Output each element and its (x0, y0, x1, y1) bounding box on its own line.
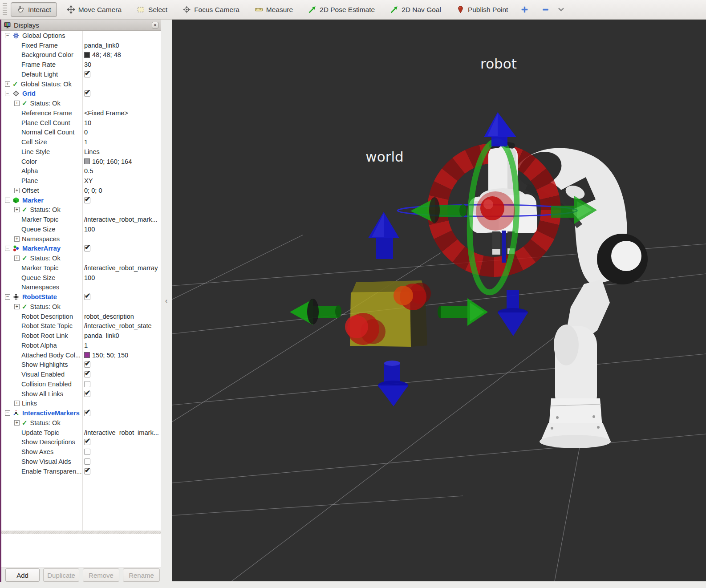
row-value-cell[interactable]: XY (84, 176, 93, 186)
value-text[interactable]: robot_description (84, 313, 134, 320)
tool-select[interactable]: Select (131, 3, 173, 16)
checkbox-unchecked[interactable] (84, 381, 90, 387)
expand-expander-icon[interactable]: + (14, 255, 20, 261)
property-row-color[interactable]: Color160; 160; 164 (1, 157, 161, 166)
tool-publish-point[interactable]: Publish Point (451, 3, 513, 16)
display-row-marker[interactable]: −Marker✔ (1, 195, 161, 205)
checkbox-checked[interactable]: ✔ (84, 90, 90, 97)
tool-move-camera[interactable]: Move Camera (61, 3, 127, 16)
checkbox-checked[interactable]: ✔ (84, 197, 90, 203)
property-row-marker-topic[interactable]: Marker Topic/interactive_robot_mark... (1, 215, 161, 224)
remove-button[interactable]: Remove (83, 568, 119, 582)
property-row-fixed-frame[interactable]: Fixed Framepanda_link0 (1, 41, 161, 50)
property-row-robot-root-link[interactable]: Robot Root Linkpanda_link0 (1, 331, 161, 341)
row-value-cell[interactable]: 10 (84, 118, 91, 128)
property-row-background-color[interactable]: Background Color48; 48; 48 (1, 50, 161, 60)
checkbox-checked[interactable]: ✔ (84, 245, 90, 251)
collapse-arrow-icon[interactable]: ‹ (165, 296, 168, 305)
value-text[interactable]: 100 (84, 226, 95, 233)
value-text[interactable]: 160; 160; 164 (92, 158, 132, 165)
property-row-reference-frame[interactable]: Reference Frame<Fixed Frame> (1, 108, 161, 118)
row-value-cell[interactable]: robot_description (84, 312, 134, 321)
checkbox-unchecked[interactable] (84, 449, 90, 455)
value-text[interactable]: 1 (84, 342, 88, 349)
property-row-default-light[interactable]: Default Light✔ (1, 69, 161, 79)
row-value-cell[interactable]: 1 (84, 341, 88, 350)
checkbox-checked[interactable]: ✔ (84, 71, 90, 77)
value-text[interactable]: panda_link0 (84, 332, 119, 339)
value-text[interactable]: <Fixed Frame> (84, 109, 128, 117)
property-row-robot-state-topic[interactable]: Robot State Topic/interactive_robot_stat… (1, 321, 161, 331)
value-text[interactable]: /interactive_robot_state (84, 322, 152, 329)
value-text[interactable]: 1 (84, 138, 88, 146)
expand-expander-icon[interactable]: + (14, 188, 20, 193)
property-row-namespaces[interactable]: Namespaces (1, 283, 161, 292)
value-text[interactable]: panda_link0 (84, 42, 119, 49)
tool-interact[interactable]: Interact (11, 2, 57, 17)
add-button[interactable]: Add (5, 568, 40, 582)
value-text[interactable]: 0 (84, 129, 88, 136)
property-row-queue-size[interactable]: Queue Size100 (1, 273, 161, 283)
property-row-normal-cell-count[interactable]: Normal Cell Count0 (1, 128, 161, 138)
panel-splitter-handle[interactable] (1, 531, 161, 534)
gripper-interactive-marker[interactable] (398, 112, 597, 336)
value-text[interactable]: 48; 48; 48 (92, 51, 121, 58)
checkbox-checked[interactable]: ✔ (84, 361, 90, 368)
property-row-offset[interactable]: +Offset0; 0; 0 (1, 186, 161, 195)
row-value-cell[interactable]: 48; 48; 48 (84, 50, 121, 60)
expand-expander-icon[interactable]: + (14, 304, 20, 309)
property-row-frame-rate[interactable]: Frame Rate30 (1, 60, 161, 69)
tool-2d-nav-goal[interactable]: 2D Nav Goal (385, 3, 446, 16)
property-row-status-ok[interactable]: +✓Status: Ok (1, 418, 161, 428)
property-row-robot-description[interactable]: Robot Descriptionrobot_description (1, 312, 161, 321)
row-value-cell[interactable]: 100 (84, 224, 95, 234)
value-text[interactable]: /interactive_robot_imark... (84, 429, 159, 436)
property-row-show-visual-aids[interactable]: Show Visual Aids (1, 457, 161, 466)
tool-options-dropdown[interactable] (553, 3, 568, 16)
property-row-marker-topic[interactable]: Marker Topic/interactive_robot_marray (1, 263, 161, 273)
row-value-cell[interactable]: 1 (84, 137, 88, 147)
expand-expander-icon[interactable]: + (14, 420, 20, 426)
color-swatch[interactable] (84, 158, 90, 164)
property-row-collision-enabled[interactable]: Collision Enabled (1, 379, 161, 389)
property-row-line-style[interactable]: Line StyleLines (1, 147, 161, 157)
value-text[interactable]: 0.5 (84, 167, 93, 174)
property-row-attached-body-col[interactable]: Attached Body Col...150; 50; 150 (1, 350, 161, 360)
expand-expander-icon[interactable]: + (14, 401, 20, 406)
checkbox-checked[interactable]: ✔ (84, 410, 90, 416)
value-text[interactable]: /interactive_robot_marray (84, 264, 158, 272)
row-value-cell[interactable]: 100 (84, 273, 95, 283)
collapse-expander-icon[interactable]: − (5, 246, 10, 251)
property-row-status-ok[interactable]: +✓Status: Ok (1, 253, 161, 263)
property-row-show-all-links[interactable]: Show All Links✔ (1, 389, 161, 399)
close-icon[interactable]: × (152, 22, 158, 28)
tool-focus-camera[interactable]: Focus Camera (177, 3, 245, 16)
display-row-markerarray[interactable]: −MarkerArray✔ (1, 244, 161, 254)
checkbox-checked[interactable]: ✔ (84, 468, 90, 474)
toolbar-drag-handle[interactable] (3, 3, 7, 16)
property-row-global-options[interactable]: −Global Options (1, 31, 161, 41)
checkbox-checked[interactable]: ✔ (84, 391, 90, 397)
display-row-interactivemarkers[interactable]: −InteractiveMarkers✔ (1, 408, 161, 418)
property-row-status-ok[interactable]: +✓Status: Ok (1, 205, 161, 215)
property-row-links[interactable]: +Links (1, 399, 161, 409)
property-row-status-ok[interactable]: +✓Status: Ok (1, 302, 161, 312)
row-value-cell[interactable]: /interactive_robot_marray (84, 263, 158, 273)
property-row-namespaces[interactable]: +Namespaces (1, 234, 161, 244)
property-row-plane-cell-count[interactable]: Plane Cell Count10 (1, 118, 161, 128)
property-row-robot-alpha[interactable]: Robot Alpha1 (1, 341, 161, 350)
checkbox-unchecked[interactable] (84, 458, 90, 465)
displays-panel-header[interactable]: Displays × (1, 20, 161, 31)
display-row-robotstate[interactable]: −RobotState✔ (1, 292, 161, 302)
property-row-show-highlights[interactable]: Show Highlights✔ (1, 360, 161, 370)
duplicate-button[interactable]: Duplicate (43, 568, 79, 582)
display-row-grid[interactable]: −Grid✔ (1, 89, 161, 99)
row-value-cell[interactable]: Lines (84, 147, 100, 157)
value-text[interactable]: XY (84, 177, 93, 184)
property-row-plane[interactable]: PlaneXY (1, 176, 161, 186)
row-value-cell[interactable]: 0.5 (84, 166, 93, 176)
value-text[interactable]: 0; 0; 0 (84, 187, 102, 194)
checkbox-checked[interactable]: ✔ (84, 371, 90, 377)
color-swatch[interactable] (84, 52, 90, 58)
row-value-cell[interactable]: /interactive_robot_state (84, 321, 152, 331)
